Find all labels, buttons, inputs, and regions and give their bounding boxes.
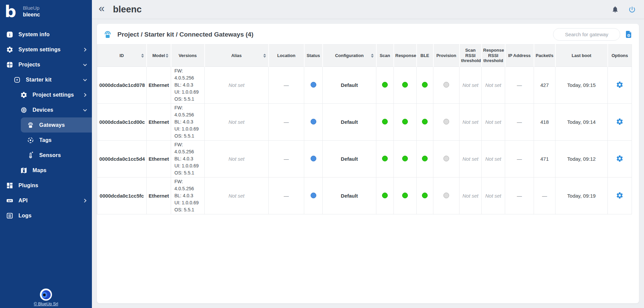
- gateway-options-button[interactable]: [616, 155, 624, 162]
- search-input[interactable]: [553, 28, 620, 41]
- table-header-row: IDModelVersionsAliasLocationStatusConfig…: [97, 45, 632, 67]
- cell-response: [394, 177, 417, 214]
- provision-dot: [443, 119, 449, 124]
- export-file-icon[interactable]: [625, 30, 633, 39]
- cell-scan: [376, 141, 394, 177]
- sort-icon[interactable]: [371, 54, 374, 58]
- column-header-scan-rssi-threshold: Scan RSSI threshold: [460, 45, 482, 67]
- cell-configuration: Default: [323, 104, 376, 141]
- column-header-provision: Provision: [433, 45, 460, 67]
- cell-location: —: [269, 177, 304, 214]
- cell-configuration: Default: [323, 67, 376, 104]
- cell-configuration: Default: [323, 141, 376, 177]
- copyright-link[interactable]: © BlueUp Srl: [34, 302, 58, 306]
- column-header-scan: Scan: [376, 45, 394, 67]
- cell-packets: —: [534, 177, 555, 214]
- column-header-options: Options: [608, 45, 632, 67]
- cell-packets: 471: [534, 141, 555, 177]
- sort-icon[interactable]: [263, 54, 266, 58]
- version-line: OS: 5.5.1: [174, 169, 202, 176]
- sidebar-item-plugins[interactable]: Plugins: [0, 178, 92, 193]
- power-logout-icon[interactable]: [628, 6, 636, 13]
- cell-alias: Not set: [205, 67, 269, 104]
- version-line: OS: 5.5.1: [174, 206, 202, 213]
- ble-dot: [422, 119, 428, 124]
- sort-icon[interactable]: [141, 54, 144, 58]
- cell-status: [304, 104, 323, 141]
- version-line: BL: 4.0.3: [174, 155, 202, 162]
- cell-response: [394, 67, 417, 104]
- sidebar-item-maps[interactable]: Maps: [0, 163, 92, 178]
- cell-ip-address: —: [505, 67, 534, 104]
- cell-last-boot: Today, 09:15: [555, 67, 608, 104]
- gateway-options-button[interactable]: [616, 192, 624, 199]
- sidebar-collapse-button[interactable]: «: [99, 3, 105, 13]
- gateway-row: 0000dcda0c1cd078EthernetFW: 4.0.5.256BL:…: [97, 67, 632, 104]
- column-label: Response RSSI threshold: [483, 48, 504, 63]
- cell-scan: [376, 177, 394, 214]
- cell-status: [304, 177, 323, 214]
- info-icon: i: [6, 31, 13, 38]
- cell-response: [394, 104, 417, 141]
- sidebar-footer: © BlueUp Srl: [0, 289, 92, 306]
- scan-dot: [382, 82, 388, 88]
- version-line: FW: 4.0.5.256: [174, 141, 202, 155]
- sidebar-item-tags[interactable]: Tags: [21, 133, 92, 148]
- cell-scan-rssi-threshold: Not set: [460, 177, 482, 214]
- svg-text:*: *: [32, 152, 33, 155]
- gateway-row: 0000dcda0c1cc5d4EthernetFW: 4.0.5.256BL:…: [97, 141, 632, 177]
- response-dot: [402, 193, 408, 198]
- sidebar-item-logs[interactable]: Logs: [0, 208, 92, 223]
- cell-packets: 427: [534, 67, 555, 104]
- scan-dot: [382, 193, 388, 198]
- cell-provision: [433, 104, 460, 141]
- cell-response-rssi-threshold: Not set: [482, 141, 505, 177]
- sidebar-item-system-info[interactable]: i System info: [0, 27, 92, 42]
- cell-ble: [417, 141, 433, 177]
- sidebar-item-project-settings[interactable]: Project settings: [0, 87, 92, 102]
- ble-dot: [422, 82, 428, 88]
- cell-ip-address: —: [505, 141, 534, 177]
- cell-model: Ethernet: [147, 177, 171, 214]
- project-box-icon: [13, 76, 21, 84]
- cell-last-boot: Today, 09:12: [555, 141, 608, 177]
- gear-icon: [20, 91, 28, 99]
- sidebar-item-api[interactable]: API API: [0, 193, 92, 208]
- cell-status: [304, 141, 323, 177]
- column-header-alias[interactable]: Alias: [205, 45, 269, 67]
- column-header-packets: Packet/s: [534, 45, 555, 67]
- column-header-versions: Versions: [171, 45, 205, 67]
- gateway-options-button[interactable]: [616, 81, 624, 89]
- cell-versions: FW: 4.0.5.256BL: 4.0.3UI: 1.0.0.69OS: 5.…: [171, 177, 205, 214]
- blueup-logo[interactable]: b: [5, 3, 16, 20]
- blueup-round-logo-icon: [40, 289, 52, 301]
- cell-options: [608, 141, 632, 177]
- sidebar: b BlueUp bleenc i System info System set…: [0, 0, 92, 308]
- sidebar-item-projects[interactable]: Projects: [0, 57, 92, 72]
- version-line: UI: 1.0.0.69: [174, 89, 202, 96]
- sidebar-item-system-settings[interactable]: System settings: [0, 42, 92, 57]
- column-label: Options: [611, 53, 628, 58]
- version-line: FW: 4.0.5.256: [174, 104, 202, 118]
- version-line: UI: 1.0.0.69: [174, 199, 202, 206]
- column-header-model[interactable]: Model: [147, 45, 171, 67]
- brand: b BlueUp bleenc: [0, 0, 92, 22]
- gear-icon: [6, 46, 13, 53]
- sidebar-item-sensors[interactable]: * Sensors: [21, 148, 92, 163]
- column-header-id[interactable]: ID: [97, 45, 147, 67]
- sidebar-item-gateways[interactable]: Gateways: [21, 117, 92, 133]
- column-header-configuration[interactable]: Configuration: [323, 45, 376, 67]
- sidebar-item-devices[interactable]: Devices: [0, 102, 92, 117]
- cell-id: 0000dcda0c1cd00c: [97, 104, 147, 141]
- gateway-options-button[interactable]: [616, 118, 624, 125]
- notifications-bell-icon[interactable]: [611, 6, 619, 13]
- column-label: Scan: [380, 53, 390, 58]
- response-dot: [402, 82, 408, 88]
- sort-icon[interactable]: [166, 54, 168, 58]
- column-label: Status: [307, 53, 320, 58]
- sidebar-item-starter-kit[interactable]: Starter kit: [0, 72, 92, 87]
- column-header-response-rssi-threshold: Response RSSI threshold: [482, 45, 505, 67]
- cell-ble: [417, 104, 433, 141]
- provision-dot: [443, 82, 449, 88]
- status-dot: [311, 82, 316, 88]
